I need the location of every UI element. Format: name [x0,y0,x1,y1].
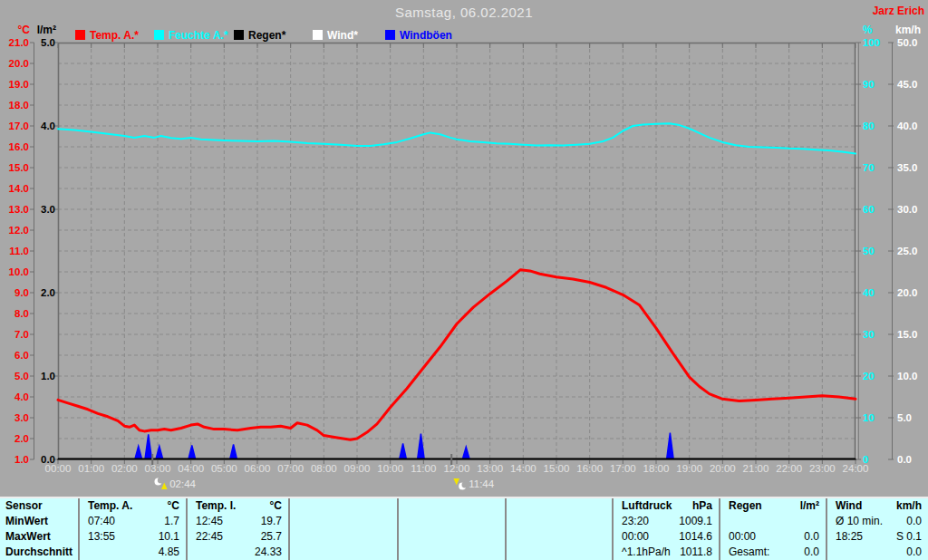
stats-cell-value [407,545,505,560]
stats-cell-time [290,545,298,560]
moonset-icon [453,478,467,490]
stats-data-row: 13:5510.1 [80,529,186,545]
humidity-tick-label: 80 [863,120,895,132]
humidity-tick-label: 20 [863,370,895,382]
stats-data-row [720,514,826,529]
legend-swatch-icon [75,30,85,40]
humidity-tick-label: 70 [863,161,895,174]
temperature-tick-label: 7.0 [0,328,29,341]
wind-tick-label: 35.0 [897,161,928,174]
legend-label: Feuchte A.* [169,29,228,42]
humidity-tick-label: 40 [863,286,895,299]
x-axis-hour-label: 24:00 [836,463,875,475]
stats-cell-time: 18:25 [827,529,863,545]
stats-cell-value: 25.7 [223,529,288,545]
humidity-tick-label: 100 [863,36,895,49]
stats-cell-time: 00:00 [720,529,756,545]
stats-cell-time: 13:55 [80,529,115,545]
stats-cell-value [515,529,612,545]
legend-label: Temp. A.* [90,29,139,42]
moon-marker: 11:44 [453,477,494,490]
legend-swatch-icon [385,30,395,40]
stats-cell-value: 0.0 [769,545,826,560]
stats-header-name: Temp. A. [80,498,132,514]
stats-column-header [290,498,397,514]
temperature-tick-label: 1.0 [0,453,29,466]
stats-cell-time [399,514,407,529]
stats-column-regen: Regenl/m²00:000.0Gesamt:0.0 [720,498,827,560]
stats-cell-value: 1009.1 [649,514,719,529]
temperature-unit-label: °C [0,24,30,36]
rain-tick-label: 5.0 [27,36,55,49]
temperature-tick-label: 15.0 [0,161,29,174]
stats-data-row [507,529,612,545]
temperature-tick-label: 21.0 [0,36,29,49]
stats-data-row: 22:4525.7 [188,529,288,545]
moonrise-icon [154,478,168,490]
stats-data-row [399,545,505,560]
stats-header-name: Luftdruck [614,498,672,514]
rain-tick-label: 2.0 [27,286,55,299]
stats-cell-time: 23:20 [614,514,649,529]
stats-cell-time [290,529,298,545]
stats-data-row: ^1.1hPa/h1011.8 [614,545,719,560]
stats-header-name: Temp. I. [188,498,236,514]
rain-tick-label: 3.0 [27,203,55,216]
plot-area[interactable] [58,43,856,459]
wind-tick-label: 10.0 [897,370,928,382]
stats-header-unit: °C [132,498,186,514]
stats-cell-value: 19.7 [223,514,288,529]
legend-item: Regen* [234,29,285,41]
stats-column-empty [399,498,507,560]
humidity-tick-label: 90 [863,78,895,91]
legend-label: Wind* [327,29,358,42]
wind-tick-label: 30.0 [897,203,928,216]
stats-header-name [290,498,298,514]
legend-swatch-icon [154,30,164,40]
stats-column-header: Windkm/h [827,498,928,514]
stats-data-row: 00:000.0 [720,529,826,545]
stats-cell-value: 10.1 [115,529,186,545]
station-name: Jarz Erich [873,5,924,17]
weather-station-window: Samstag, 06.02.2021 Jarz Erich °Cl/m²%km… [0,0,928,560]
temperature-tick-label: 19.0 [0,78,29,91]
stats-column-header [399,498,505,514]
stats-header-name [399,498,407,514]
stats-column-header: Temp. I.°C [188,498,288,514]
stats-cell-time [80,545,88,560]
stats-cell-value [298,514,397,529]
stats-cell-value: 0.0 [883,514,928,529]
stats-cell-time [827,545,836,560]
moon-marker-time: 11:44 [469,478,494,490]
temperature-tick-label: 16.0 [0,140,29,153]
temperature-tick-label: 20.0 [0,57,29,70]
stats-cell-value [298,545,397,560]
moon-marker-time: 02:44 [169,478,196,490]
humidity-unit-label: % [863,24,890,36]
stats-cell-value [515,545,612,560]
stats-column-temp-i-: Temp. I.°C12:4519.722:4525.724.33 [188,498,290,560]
temperature-tick-label: 9.0 [0,286,29,299]
stats-data-row: 18:25S 0.1 [827,529,928,545]
stats-cell-time: Gesamt: [720,545,769,560]
stats-header-unit: l/m² [762,498,826,514]
wind-tick-label: 45.0 [897,78,928,91]
moon-marker: 02:44 [154,477,196,490]
wind-tick-label: 25.0 [897,245,928,257]
wind-tick-label: 40.0 [897,120,928,132]
legend-swatch-icon [313,30,323,40]
temperature-tick-label: 11.0 [0,245,29,257]
temperature-tick-label: 4.0 [0,391,29,403]
stats-header-unit [515,498,612,514]
stats-cell-value: 1011.8 [671,545,719,560]
legend-item: Wind* [313,29,358,41]
stats-cell-time [290,514,298,529]
wind-tick-label: 15.0 [897,328,928,341]
stats-data-row: 23:201009.1 [614,514,719,529]
stats-header-unit: °C [236,498,288,514]
legend-item: Windböen [385,29,452,41]
stats-cell-value [407,529,505,545]
stats-cell-value: 0.0 [756,529,826,545]
stats-cell-time [399,545,407,560]
stats-cell-value: 1.7 [115,514,186,529]
